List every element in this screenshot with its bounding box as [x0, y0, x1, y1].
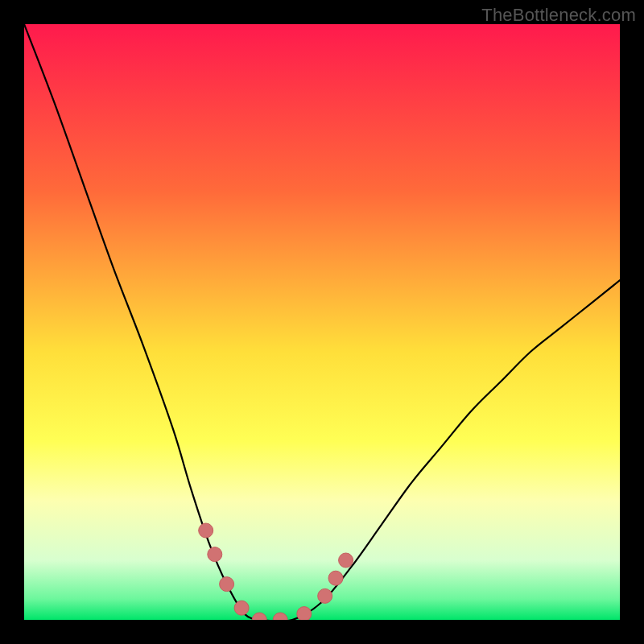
- marker-point: [208, 547, 222, 562]
- marker-point: [328, 571, 343, 585]
- marker-point: [220, 577, 234, 592]
- bottleneck-curve: [24, 24, 620, 620]
- marker-point: [297, 607, 312, 620]
- markers: [199, 523, 353, 620]
- marker-point: [273, 613, 287, 620]
- chart-frame: TheBottleneck.com: [0, 0, 644, 644]
- marker-point: [234, 601, 249, 615]
- plot-area: [24, 24, 620, 620]
- watermark-text: TheBottleneck.com: [481, 5, 636, 26]
- marker-point: [199, 523, 213, 538]
- curve-layer: [24, 24, 620, 620]
- marker-point: [252, 613, 266, 620]
- marker-point: [318, 588, 332, 603]
- marker-point: [339, 553, 353, 568]
